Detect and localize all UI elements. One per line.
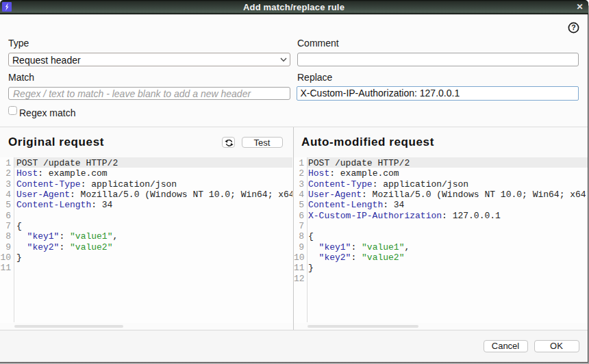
svg-text:?: ? — [571, 23, 575, 31]
